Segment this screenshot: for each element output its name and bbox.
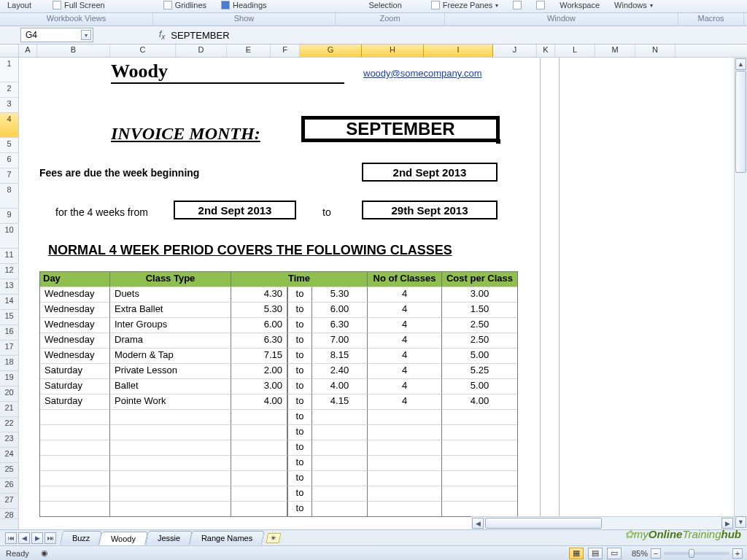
sheet-tab-buzz[interactable]: Buzz (60, 531, 103, 545)
cell-day[interactable]: Wednesday (40, 332, 110, 348)
cell-time-start[interactable] (231, 440, 287, 455)
row-header-19[interactable]: 19 (0, 371, 18, 386)
cell-num-classes[interactable]: 4 (368, 363, 442, 378)
cell-time-end[interactable] (312, 409, 368, 424)
cell-cost[interactable] (442, 440, 517, 455)
cell-time-start[interactable]: 7.15 (231, 348, 287, 363)
cell-to[interactable]: to (287, 378, 312, 394)
cell-day[interactable] (40, 424, 110, 440)
email-link[interactable]: woody@somecompany.com (363, 68, 482, 79)
cell-to[interactable]: to (287, 470, 312, 486)
cell-num-classes[interactable]: 4 (368, 332, 442, 348)
row-header-1[interactable]: 1 (0, 58, 18, 82)
cell-type[interactable] (110, 501, 231, 516)
cell-time-end[interactable]: 5.30 (312, 287, 368, 302)
cell-type[interactable] (110, 486, 231, 501)
cell-type[interactable]: Modern & Tap (110, 348, 231, 363)
cell-num-classes[interactable] (368, 424, 442, 440)
cell-day[interactable]: Wednesday (40, 287, 110, 302)
hscroll-thumb[interactable] (485, 518, 602, 529)
tab-nav-prev-icon[interactable]: ◀ (18, 532, 30, 544)
cell-cost[interactable] (442, 409, 517, 424)
row-header-2[interactable]: 2 (0, 82, 18, 98)
name-box[interactable]: G4 ▾ (20, 28, 93, 42)
cell-time-end[interactable] (312, 501, 368, 516)
sheet-tab-range-names[interactable]: Range Names (189, 531, 265, 545)
namebox-dropdown-icon[interactable]: ▾ (81, 30, 91, 40)
scroll-down-icon[interactable]: ▼ (735, 516, 746, 528)
cell-cost[interactable] (442, 501, 517, 516)
cell-day[interactable] (40, 470, 110, 486)
cell-type[interactable]: Inter Groups (110, 317, 231, 332)
cell-time-start[interactable] (231, 501, 287, 516)
row-header-21[interactable]: 21 (0, 402, 18, 417)
cell-cost[interactable]: 3.00 (442, 287, 517, 302)
row-header-25[interactable]: 25 (0, 463, 18, 478)
select-all-corner[interactable] (0, 44, 19, 57)
fx-icon[interactable]: fx (159, 29, 165, 41)
row-header-22[interactable]: 22 (0, 417, 18, 432)
row-header-14[interactable]: 14 (0, 295, 18, 310)
cell-time-start[interactable]: 4.00 (231, 394, 287, 409)
cell-num-classes[interactable] (368, 486, 442, 501)
ribbon-btn-workspace[interactable]: Workspace (552, 0, 607, 9)
cell-num-classes[interactable] (368, 470, 442, 486)
col-header-I[interactable]: I (424, 44, 493, 57)
cell-to[interactable]: to (287, 394, 312, 409)
zoom-thumb[interactable] (689, 549, 694, 558)
cell-day[interactable]: Saturday (40, 394, 110, 409)
cell-to[interactable]: to (287, 363, 312, 378)
cell-num-classes[interactable]: 4 (368, 287, 442, 302)
cell-to[interactable]: to (287, 317, 312, 332)
selection-handle-icon[interactable] (496, 139, 500, 144)
cell-num-classes[interactable]: 4 (368, 302, 442, 317)
cell-time-end[interactable] (312, 455, 368, 470)
cell-day[interactable] (40, 409, 110, 424)
row-header-8[interactable]: 8 (0, 184, 18, 209)
cell-time-start[interactable]: 4.30 (231, 287, 287, 302)
col-header-J[interactable]: J (493, 44, 537, 57)
row-header-6[interactable]: 6 (0, 153, 18, 168)
cell-to[interactable]: to (287, 348, 312, 363)
new-sheet-icon[interactable]: ✳ (266, 533, 282, 543)
sheet-tab-jessie[interactable]: Jessie (144, 531, 192, 545)
col-header-H[interactable]: H (362, 44, 424, 57)
cell-time-end[interactable]: 6.00 (312, 302, 368, 317)
cell-cost[interactable]: 5.25 (442, 363, 517, 378)
cell-num-classes[interactable]: 4 (368, 317, 442, 332)
col-header-K[interactable]: K (537, 44, 555, 57)
cell-time-end[interactable]: 8.15 (312, 348, 368, 363)
cell-time-start[interactable] (231, 424, 287, 440)
ribbon-chk-headings[interactable]: Headings (214, 0, 274, 9)
row-header-16[interactable]: 16 (0, 325, 18, 341)
cell-day[interactable] (40, 501, 110, 516)
cell-to[interactable]: to (287, 501, 312, 516)
col-header-N[interactable]: N (635, 44, 676, 57)
row-header-7[interactable]: 7 (0, 168, 18, 184)
cell-day[interactable]: Wednesday (40, 317, 110, 332)
cell-cost[interactable]: 5.00 (442, 348, 517, 363)
row-header-28[interactable]: 28 (0, 509, 18, 519)
worksheet[interactable]: Woody woody@somecompany.com INVOICE MONT… (19, 58, 747, 534)
vertical-scrollbar[interactable]: ▲ ▼ (734, 58, 747, 529)
sheet-tab-woody[interactable]: Woody (98, 532, 148, 545)
zoom-in-icon[interactable]: + (732, 548, 743, 559)
cell-to[interactable]: to (287, 302, 312, 317)
cell-type[interactable] (110, 440, 231, 455)
cell-time-start[interactable]: 3.00 (231, 378, 287, 394)
row-header-9[interactable]: 9 (0, 209, 18, 224)
col-header-G[interactable]: G (300, 44, 362, 57)
cell-type[interactable]: Pointe Work (110, 394, 231, 409)
cell-type[interactable]: Extra Ballet (110, 302, 231, 317)
ribbon-btn-layout[interactable]: Layout (0, 0, 45, 9)
row-header-23[interactable]: 23 (0, 432, 18, 448)
cell-time-start[interactable]: 6.30 (231, 332, 287, 348)
cell-day[interactable]: Wednesday (40, 302, 110, 317)
cell-num-classes[interactable] (368, 455, 442, 470)
cell-num-classes[interactable] (368, 440, 442, 455)
cell-time-end[interactable] (312, 424, 368, 440)
row-header-24[interactable]: 24 (0, 448, 18, 463)
cell-type[interactable] (110, 470, 231, 486)
cell-type[interactable]: Drama (110, 332, 231, 348)
ribbon-btn-selection[interactable]: Selection (362, 0, 409, 9)
